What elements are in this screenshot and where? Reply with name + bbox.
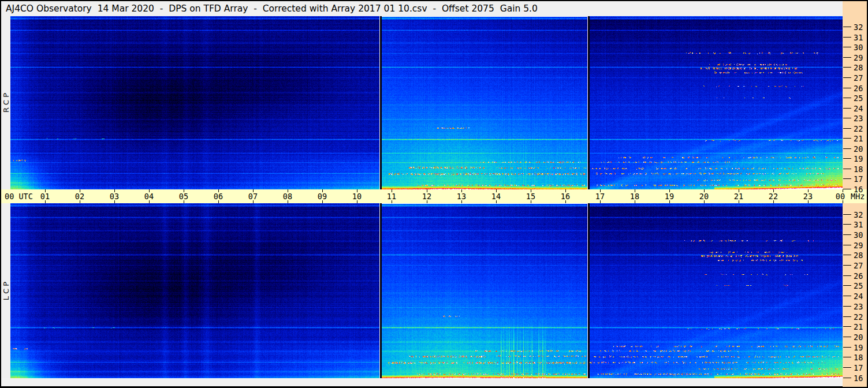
freq-tick — [843, 57, 851, 58]
freq-tick — [843, 27, 851, 27]
freq-tick-label: 24 — [854, 292, 863, 301]
freq-tick-label: 20 — [854, 333, 863, 342]
freq-tick-label: 31 — [854, 220, 863, 229]
freq-tick-label: 20 — [854, 144, 863, 154]
freq-tick — [843, 148, 851, 149]
window-title: AJ4CO Observatory 14 Mar 2020 - DPS on T… — [1, 3, 538, 14]
freq-tick — [843, 214, 851, 215]
hour-label: 20 — [699, 192, 709, 201]
hour-label: 19 — [665, 192, 674, 201]
time-axis-start-label: 00 UTC — [5, 192, 33, 201]
freq-tick-label: 28 — [854, 251, 863, 260]
freq-tick — [843, 108, 851, 109]
freq-tick — [843, 47, 851, 47]
hour-label: 16 — [561, 192, 570, 201]
freq-tick-label: 29 — [854, 241, 863, 250]
hour-label: 06 — [214, 192, 223, 201]
freq-tick-label: 30 — [854, 230, 863, 240]
bottom-strip — [1, 378, 843, 386]
lcp-spectrogram — [10, 203, 843, 378]
freq-tick — [843, 326, 851, 327]
freq-tick-label: 24 — [854, 104, 863, 113]
freq-tick-label: 27 — [854, 73, 863, 83]
freq-tick — [843, 245, 851, 245]
freq-tick — [843, 306, 851, 307]
hour-label: 17 — [595, 192, 605, 201]
freq-tick-label: 19 — [854, 343, 863, 352]
freq-tick — [843, 275, 851, 276]
freq-tick — [843, 67, 851, 68]
hour-label: 12 — [422, 192, 431, 201]
freq-tick — [843, 77, 851, 78]
freq-tick-label: 16 — [854, 374, 863, 383]
freq-tick-label: 22 — [854, 312, 863, 322]
hour-label: 07 — [248, 192, 258, 201]
freq-tick-label: 32 — [854, 23, 863, 32]
freq-tick-label: 21 — [854, 322, 863, 331]
hour-label: 14 — [491, 192, 501, 201]
freq-tick-label: 23 — [854, 114, 863, 123]
app-window: AJ4CO Observatory 14 Mar 2020 - DPS on T… — [0, 0, 868, 388]
freq-tick — [843, 367, 851, 368]
freq-tick — [843, 138, 851, 139]
hour-label: 10 — [352, 192, 362, 201]
hour-label: 13 — [457, 192, 466, 201]
hour-label: 03 — [110, 192, 119, 201]
freq-tick-label: 22 — [854, 124, 863, 133]
hour-label: 04 — [144, 192, 154, 201]
frequency-ticks: 3231302928272625242322212019181716323130… — [843, 0, 868, 388]
freq-tick-label: 16 — [854, 185, 863, 194]
hour-label: 05 — [179, 192, 188, 201]
freq-tick-label: 21 — [854, 134, 863, 143]
hour-label: 08 — [283, 192, 292, 201]
freq-tick — [843, 88, 851, 88]
freq-tick-label: 23 — [854, 302, 863, 311]
freq-tick — [843, 178, 851, 179]
freq-tick-label: 27 — [854, 261, 863, 270]
freq-tick-label: 25 — [854, 94, 863, 103]
freq-tick — [843, 118, 851, 118]
rcp-spectrogram — [10, 16, 843, 189]
freq-tick-label: 32 — [854, 210, 863, 219]
lcp-label: L C P — [2, 281, 10, 300]
hour-label: 21 — [734, 192, 743, 201]
hour-label: 09 — [318, 192, 327, 201]
freq-tick — [843, 316, 851, 317]
freq-tick-label: 18 — [854, 165, 863, 174]
hour-label: 11 — [387, 192, 396, 201]
freq-tick — [843, 158, 851, 159]
left-gutter-lcp: L C P — [1, 203, 10, 378]
freq-tick — [843, 255, 851, 255]
freq-tick — [843, 285, 851, 286]
freq-tick-label: 18 — [854, 353, 863, 362]
rcp-label: R C P — [2, 93, 10, 113]
freq-tick — [843, 378, 851, 378]
freq-tick-label: 25 — [854, 281, 863, 290]
title-bar: AJ4CO Observatory 14 Mar 2020 - DPS on T… — [1, 1, 843, 16]
freq-tick — [843, 169, 851, 169]
freq-tick-label: 29 — [854, 53, 863, 62]
time-axis: 00 UTC 00 MHz 01020304050607080910111213… — [1, 189, 867, 203]
freq-tick-label: 26 — [854, 271, 863, 281]
freq-tick-label: 26 — [854, 84, 863, 93]
hour-label: 22 — [769, 192, 778, 201]
freq-tick — [843, 265, 851, 266]
freq-tick — [843, 296, 851, 296]
freq-tick-label: 28 — [854, 63, 863, 72]
hour-label: 15 — [526, 192, 535, 201]
freq-tick — [843, 337, 851, 337]
freq-tick — [843, 224, 851, 225]
freq-tick — [843, 128, 851, 129]
freq-tick — [843, 37, 851, 38]
hour-label: 18 — [630, 192, 639, 201]
freq-tick-label: 19 — [854, 154, 863, 163]
freq-tick — [843, 189, 851, 189]
hour-label: 02 — [75, 192, 84, 201]
freq-tick — [843, 357, 851, 357]
freq-tick — [843, 234, 851, 235]
freq-tick — [843, 347, 851, 348]
left-gutter-rcp: R C P — [1, 16, 10, 189]
freq-tick — [843, 98, 851, 98]
freq-tick-label: 17 — [854, 174, 863, 184]
freq-tick-label: 30 — [854, 43, 863, 52]
